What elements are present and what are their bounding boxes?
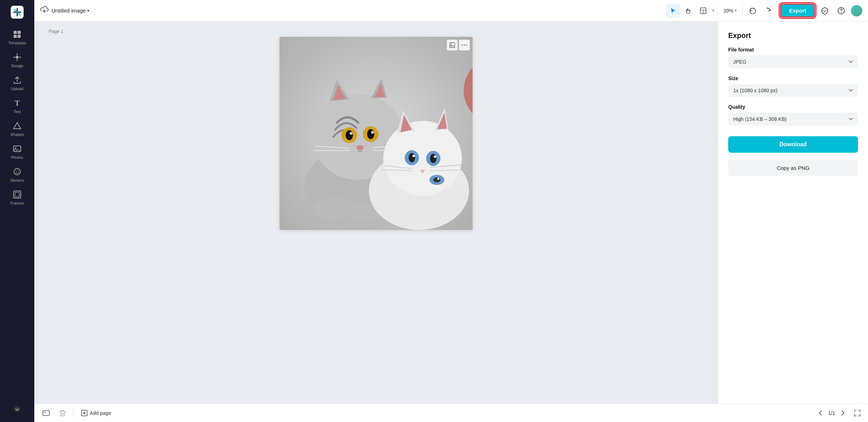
layout-tool-button[interactable]	[696, 4, 710, 18]
sidebar-design-label: Design	[11, 64, 23, 68]
svg-point-24	[451, 44, 452, 45]
prev-page-btn[interactable]	[815, 408, 825, 418]
add-page-button[interactable]: Add page	[78, 408, 115, 418]
canvas-area: Page 1	[34, 21, 718, 403]
size-label: Size	[728, 75, 858, 81]
sidebar-text-label: Text	[14, 109, 21, 114]
sidebar: Templates Design Upload T Text	[0, 0, 34, 422]
sidebar-item-frames[interactable]: Frames	[0, 186, 34, 209]
svg-point-27	[466, 45, 467, 46]
sidebar-item-text[interactable]: T Text	[0, 94, 34, 117]
svg-point-25	[462, 45, 463, 46]
topbar: Untitled image ▾ ▾	[34, 0, 868, 21]
title-text: Untitled image	[51, 8, 86, 14]
chevron-down-icon	[12, 404, 22, 414]
frames-icon	[12, 190, 22, 200]
svg-rect-6	[14, 35, 17, 38]
stickers-icon	[12, 167, 22, 177]
svg-point-42	[356, 145, 364, 150]
svg-point-11	[15, 147, 16, 149]
add-page-label: Add page	[90, 410, 111, 416]
quality-label: Quality	[728, 104, 858, 110]
svg-rect-69	[43, 411, 49, 416]
page-thumbnail-btn[interactable]	[40, 407, 52, 419]
next-page-btn[interactable]	[838, 408, 848, 418]
sidebar-item-design[interactable]: Design	[0, 49, 34, 72]
svg-point-26	[464, 45, 465, 46]
main-wrap: Untitled image ▾ ▾	[34, 0, 868, 422]
page-more-btn[interactable]	[459, 40, 470, 50]
svg-point-58	[430, 154, 437, 163]
svg-point-40	[350, 132, 352, 135]
text-icon: T	[12, 98, 22, 108]
design-icon	[12, 52, 22, 62]
svg-point-12	[14, 168, 20, 175]
title-chevron: ▾	[87, 8, 89, 13]
fullscreen-btn[interactable]	[852, 408, 862, 418]
photos-icon	[12, 144, 22, 154]
page-indicator: 1/1	[828, 410, 835, 416]
sidebar-item-stickers[interactable]: Stickers	[0, 163, 34, 186]
document-title[interactable]: Untitled image ▾	[51, 8, 89, 14]
bottom-bar: Add page 1/1	[34, 403, 868, 422]
toolbar-tools: ▾ 39% ▾	[666, 4, 774, 18]
content-area: Page 1	[34, 21, 868, 403]
svg-point-14	[18, 171, 19, 171]
svg-rect-70	[44, 412, 46, 413]
cloud-save-icon	[40, 6, 49, 15]
svg-point-57	[409, 153, 415, 162]
svg-point-47	[312, 198, 355, 219]
export-panel: Export File format JPEG PNG PDF SVG GIF …	[718, 21, 868, 403]
zoom-value: 39%	[723, 8, 733, 14]
svg-rect-5	[18, 31, 21, 34]
svg-rect-4	[14, 31, 17, 34]
svg-rect-7	[18, 35, 21, 38]
page-image-btn[interactable]	[447, 40, 458, 50]
select-tool-button[interactable]	[666, 4, 680, 18]
svg-point-39	[367, 129, 374, 139]
shapes-icon	[12, 121, 22, 131]
undo-button[interactable]	[746, 4, 759, 18]
export-button[interactable]: Export	[780, 4, 815, 18]
svg-point-62	[433, 177, 440, 182]
page-container[interactable]	[280, 37, 473, 230]
size-select[interactable]: 1x (1080 x 1080 px) 2x (2160 x 2160 px) …	[728, 84, 858, 97]
svg-point-38	[346, 130, 353, 140]
quality-select[interactable]: High (154 KB – 308 KB) Medium Low	[728, 113, 858, 126]
svg-marker-9	[14, 123, 21, 129]
help-button[interactable]	[834, 4, 848, 18]
canvas-image	[280, 37, 473, 230]
page-label: Page 1	[49, 29, 63, 34]
copy-png-button[interactable]: Copy as PNG	[728, 160, 858, 176]
svg-point-50	[383, 121, 462, 196]
svg-rect-23	[450, 43, 455, 48]
toolbar-divider-2	[743, 6, 743, 16]
svg-point-59	[413, 155, 415, 157]
file-format-select[interactable]: JPEG PNG PDF SVG GIF	[728, 55, 858, 68]
sidebar-templates-label: Templates	[8, 41, 26, 45]
page-toolbar	[447, 40, 470, 50]
panel-title: Export	[728, 31, 858, 40]
templates-icon	[12, 29, 22, 39]
sidebar-item-photos[interactable]: Photos	[0, 140, 34, 163]
download-button[interactable]: Download	[728, 136, 858, 153]
sidebar-item-upload[interactable]: Upload	[0, 72, 34, 94]
svg-point-13	[16, 171, 16, 171]
sidebar-photos-label: Photos	[11, 155, 23, 160]
zoom-control[interactable]: 39% ▾	[720, 4, 740, 17]
toolbar-divider-1	[717, 6, 717, 16]
app-logo[interactable]	[9, 4, 25, 20]
sidebar-collapse-btn[interactable]	[0, 401, 34, 418]
sidebar-frames-label: Frames	[10, 201, 24, 205]
file-format-section: File format JPEG PNG PDF SVG GIF	[728, 47, 858, 68]
delete-page-btn[interactable]	[56, 407, 69, 419]
zoom-chevron: ▾	[735, 8, 737, 13]
avatar[interactable]	[851, 5, 862, 16]
sidebar-item-templates[interactable]: Templates	[0, 26, 34, 49]
svg-point-22	[841, 12, 842, 13]
hand-tool-button[interactable]	[681, 4, 695, 18]
shield-button[interactable]	[818, 4, 832, 18]
redo-button[interactable]	[761, 4, 774, 18]
sidebar-item-shapes[interactable]: Shapes	[0, 117, 34, 140]
sidebar-stickers-label: Stickers	[10, 178, 24, 182]
